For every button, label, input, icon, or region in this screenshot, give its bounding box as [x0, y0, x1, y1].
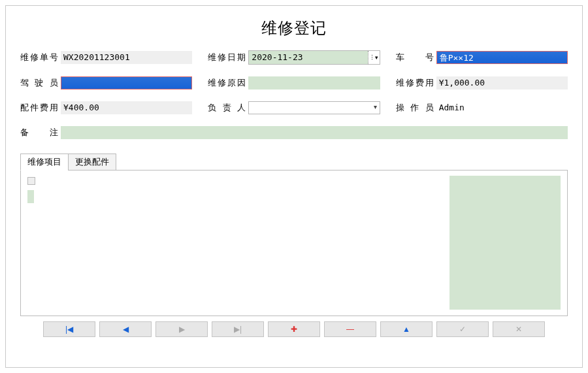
field-order-no: 维修单号 WX20201123001 — [20, 50, 192, 65]
label-cost: 维修费用 — [396, 77, 434, 89]
nav-first-button[interactable]: |◀ — [43, 321, 95, 337]
field-remark: 备 注 — [20, 126, 568, 139]
label-reason: 维修原因 — [208, 77, 246, 89]
field-person: 负 责 人 — [208, 101, 380, 114]
field-reason: 维修原因 — [208, 76, 380, 89]
label-order-no: 维修单号 — [20, 52, 58, 63]
plus-icon: ✚ — [291, 325, 297, 334]
nav-cancel-button[interactable]: ✕ — [493, 321, 545, 337]
grid-row-indicator — [27, 190, 34, 203]
nav-confirm-button[interactable]: ✓ — [436, 321, 489, 337]
tabs: 维修项目 更换配件 — [20, 154, 568, 170]
operator-value: Admin — [436, 101, 568, 114]
cost-input[interactable]: ¥1,000.00 — [436, 76, 568, 89]
label-parts-cost: 配件费用 — [20, 102, 58, 114]
nav-prev-button[interactable]: ◀ — [99, 321, 152, 337]
date-value[interactable]: 2020-11-23 — [249, 51, 367, 64]
form-grid: 维修单号 WX20201123001 维修日期 2020-11-23 ⋮▾ 车 … — [20, 50, 568, 114]
plate-input[interactable]: 鲁P××12 — [436, 51, 568, 64]
order-no-input[interactable]: WX20201123001 — [61, 51, 192, 64]
cancel-icon: ✕ — [515, 325, 522, 334]
label-plate: 车 号 — [396, 52, 434, 63]
calendar-dropdown-icon[interactable]: ⋮▾ — [368, 51, 380, 64]
driver-input[interactable] — [61, 76, 192, 89]
last-icon: ▶| — [234, 325, 242, 334]
check-icon: ✓ — [459, 325, 466, 334]
label-date: 维修日期 — [208, 52, 246, 63]
tab-items[interactable]: 维修项目 — [20, 154, 69, 170]
tab-parts[interactable]: 更换配件 — [68, 154, 116, 170]
detail-panel — [449, 176, 561, 310]
grid-select-checkbox[interactable] — [27, 177, 35, 185]
field-driver: 驾 驶 员 — [20, 76, 192, 89]
label-driver: 驾 驶 员 — [20, 77, 58, 89]
label-remark: 备 注 — [20, 127, 58, 138]
person-select[interactable] — [248, 101, 380, 114]
label-operator: 操 作 员 — [396, 102, 434, 114]
reason-input[interactable] — [248, 76, 380, 89]
record-navigator: |◀ ◀ ▶ ▶| ✚ — ▲ ✓ ✕ — [20, 321, 568, 337]
nav-last-button[interactable]: ▶| — [212, 321, 264, 337]
page-title: 维修登记 — [20, 18, 568, 39]
field-parts-cost: 配件费用 ¥400.00 — [20, 101, 192, 114]
nav-add-button[interactable]: ✚ — [268, 321, 320, 337]
label-person: 负 责 人 — [208, 102, 246, 114]
nav-delete-button[interactable]: — — [324, 321, 376, 337]
up-icon: ▲ — [402, 325, 410, 334]
next-icon: ▶ — [179, 325, 185, 334]
field-operator: 操 作 员 Admin — [396, 101, 568, 114]
nav-next-button[interactable]: ▶ — [155, 321, 208, 337]
nav-edit-button[interactable]: ▲ — [380, 321, 433, 337]
prev-icon: ◀ — [123, 325, 129, 334]
date-picker[interactable]: 2020-11-23 ⋮▾ — [248, 50, 380, 65]
parts-cost-input[interactable]: ¥400.00 — [61, 101, 192, 114]
field-plate: 车 号 鲁P××12 — [396, 50, 568, 65]
field-cost: 维修费用 ¥1,000.00 — [396, 76, 568, 89]
first-icon: |◀ — [65, 325, 73, 334]
field-date: 维修日期 2020-11-23 ⋮▾ — [208, 50, 380, 65]
remark-input[interactable] — [61, 126, 568, 139]
tab-panel — [20, 170, 568, 316]
minus-icon: — — [346, 325, 354, 334]
maintenance-register-window: 维修登记 维修单号 WX20201123001 维修日期 2020-11-23 … — [5, 5, 583, 368]
